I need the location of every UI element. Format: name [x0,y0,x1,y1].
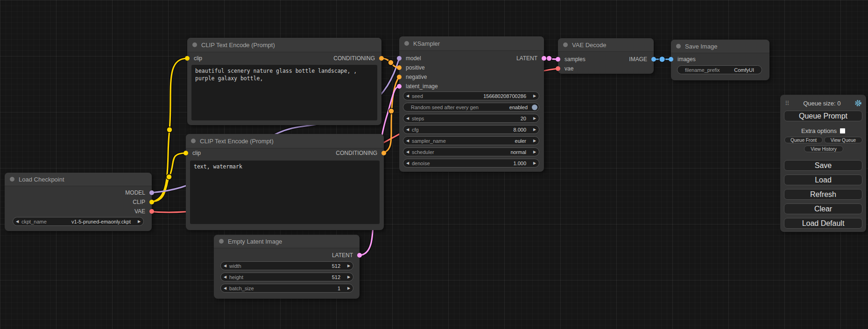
latent-image-input-port[interactable] [397,84,402,89]
toggle-dot-icon[interactable] [532,105,537,110]
extra-options-checkbox[interactable] [840,128,845,133]
load-button[interactable]: Load [784,175,862,185]
node-titlebar[interactable]: Load Checkpoint [5,173,152,186]
vae-input-port[interactable] [556,66,560,71]
vae-input-label: vae [565,65,573,72]
conditioning-output-port[interactable] [381,151,386,155]
node-ksampler[interactable]: KSampler model LATENT positive negative … [399,36,544,172]
decrement-arrow-icon[interactable] [221,284,229,292]
node-title-label: VAE Decode [572,42,606,49]
decrement-arrow-icon[interactable] [403,137,412,145]
node-clip-text-encode-negative[interactable]: CLIP Text Encode (Prompt) clip CONDITION… [186,134,384,230]
node-titlebar[interactable]: CLIP Text Encode (Prompt) [187,38,381,52]
node-clip-text-encode-positive[interactable]: CLIP Text Encode (Prompt) clip CONDITION… [187,38,381,125]
height-widget[interactable]: height 512 [220,273,353,281]
gear-icon[interactable] [854,99,862,107]
decrement-arrow-icon[interactable] [13,217,21,225]
denoise-widget[interactable]: denoise 1.000 [403,159,539,168]
conditioning-output-port[interactable] [379,56,384,61]
decrement-arrow-icon[interactable] [403,148,412,156]
refresh-button[interactable]: Refresh [784,189,862,200]
decrement-arrow-icon[interactable] [403,114,412,122]
increment-arrow-icon[interactable] [135,217,143,225]
increment-arrow-icon[interactable] [345,284,353,292]
decrement-arrow-icon[interactable] [221,273,229,281]
queue-prompt-button[interactable]: Queue Prompt [784,111,862,121]
clear-button[interactable]: Clear [784,203,862,214]
collapse-dot-icon[interactable] [219,239,224,244]
node-save-image[interactable]: Save Image images filename_prefix ComfyU… [671,40,769,80]
save-button[interactable]: Save [784,160,862,171]
increment-arrow-icon[interactable] [345,262,353,270]
positive-prompt-textarea[interactable]: beautiful scenery nature glass bottle la… [191,65,377,120]
clip-output-port[interactable] [149,200,154,204]
collapse-dot-icon[interactable] [676,44,681,49]
view-queue-button[interactable]: View Queue [824,137,862,143]
positive-input-label: positive [406,64,425,71]
samples-input-port[interactable] [556,57,560,62]
seed-widget[interactable]: seed 156680208700286 [403,91,539,100]
width-widget[interactable]: width 512 [220,261,353,270]
drag-handle-icon[interactable] [785,100,790,107]
negative-input-label: negative [406,74,427,80]
collapse-dot-icon[interactable] [10,177,14,182]
collapse-dot-icon[interactable] [563,42,568,47]
latent-output-port[interactable] [542,56,546,61]
ckpt-name-widget[interactable]: ckpt_name v1-5-pruned-emaonly.ckpt [13,217,144,226]
view-history-button[interactable]: View History [804,146,843,152]
clip-input-port[interactable] [185,56,190,61]
decrement-arrow-icon[interactable] [221,262,229,270]
load-default-button[interactable]: Load Default [784,218,862,229]
increment-arrow-icon[interactable] [530,92,539,100]
latent-output-port[interactable] [357,253,362,258]
filename-prefix-widget[interactable]: filename_prefix ComfyUI [677,65,762,74]
node-empty-latent-image[interactable]: Empty Latent Image LATENT width 512 heig… [214,235,360,299]
queue-front-button[interactable]: Queue Front [784,137,823,143]
node-vae-decode[interactable]: VAE Decode samples IMAGE vae [558,38,654,74]
increment-arrow-icon[interactable] [530,114,539,122]
increment-arrow-icon[interactable] [530,148,539,156]
clip-input-label: clip [194,55,202,62]
scheduler-widget[interactable]: scheduler normal [403,147,539,156]
increment-arrow-icon[interactable] [530,159,539,167]
model-input-port[interactable] [397,56,402,61]
node-titlebar[interactable]: CLIP Text Encode (Prompt) [186,134,384,148]
increment-arrow-icon[interactable] [530,137,539,145]
collapse-dot-icon[interactable] [404,41,409,46]
node-titlebar[interactable]: Save Image [671,40,769,53]
vae-output-port[interactable] [149,209,154,214]
node-titlebar[interactable]: Empty Latent Image [214,235,360,248]
samples-io-row: samples IMAGE [558,55,654,64]
images-input-port[interactable] [669,57,673,62]
random-seed-toggle-widget[interactable]: Random seed after every gen enabled [403,103,539,112]
model-output-port[interactable] [149,190,154,195]
decrement-arrow-icon[interactable] [403,159,412,167]
collapse-dot-icon[interactable] [192,42,197,47]
node-title-label: CLIP Text Encode (Prompt) [200,138,274,145]
vae-output-label: VAE [134,208,145,215]
node-load-checkpoint[interactable]: Load Checkpoint MODEL CLIP VAE ckpt_name… [5,173,152,231]
clip-input-port[interactable] [183,151,188,155]
batch-size-widget[interactable]: batch_size 1 [220,284,353,293]
increment-arrow-icon[interactable] [530,126,539,133]
latent-output-row: LATENT [214,251,360,260]
steps-widget[interactable]: steps 20 [403,114,539,123]
node-titlebar[interactable]: VAE Decode [558,38,654,52]
positive-input-port[interactable] [397,65,402,70]
output-row-clip: CLIP [5,197,152,207]
negative-prompt-textarea[interactable]: text, watermark [190,161,380,224]
cfg-widget[interactable]: cfg 8.000 [403,125,539,134]
decrement-arrow-icon[interactable] [403,92,412,100]
negative-input-port[interactable] [397,75,402,79]
sampler-name-widget[interactable]: sampler_name euler [403,136,539,145]
decrement-arrow-icon[interactable] [403,126,412,133]
conditioning-output-label: CONDITIONING [336,150,377,156]
widget-label: ckpt_name [21,219,47,224]
clip-io-row: clip CONDITIONING [187,54,381,63]
image-output-port[interactable] [651,57,656,62]
collapse-dot-icon[interactable] [191,139,196,143]
increment-arrow-icon[interactable] [345,273,353,281]
latent-image-input-row: latent_image [399,82,544,91]
node-titlebar[interactable]: KSampler [399,36,544,51]
widget-value: v1-5-pruned-emaonly.ckpt [47,219,135,224]
